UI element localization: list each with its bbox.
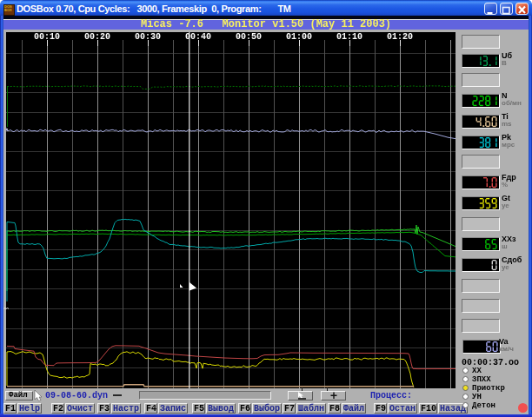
svg-text:00:50: 00:50	[236, 32, 262, 42]
svg-text:00:20: 00:20	[84, 32, 110, 42]
svg-text:01:20: 01:20	[387, 32, 413, 42]
svg-text:01:00: 01:00	[286, 32, 312, 42]
svg-text:01:10: 01:10	[336, 32, 362, 42]
svg-text:00:30: 00:30	[135, 32, 161, 42]
svg-text:00:10: 00:10	[34, 32, 60, 42]
